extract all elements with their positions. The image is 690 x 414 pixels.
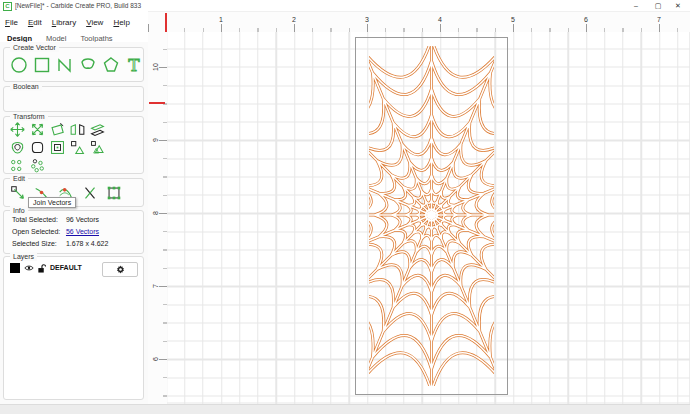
hruler-number: 6 — [581, 16, 591, 23]
menu-bar: FileEditLibraryViewHelp — [0, 11, 148, 27]
vruler-number: 10 — [152, 60, 160, 74]
section-title: Transform — [10, 112, 48, 121]
close-button[interactable]: ✕ — [668, 0, 688, 11]
layer-color-swatch[interactable] — [10, 263, 20, 273]
vertical-ruler: 10 9 8 7 6 — [148, 32, 168, 404]
node-edit-tool-icon[interactable] — [9, 184, 27, 202]
vruler-number: 6 — [152, 352, 160, 366]
window-title: [NewFile]* - Carbide Create PRO, Build 8… — [15, 2, 141, 9]
gear-icon — [116, 265, 125, 274]
tab-bar: DesignModelToolpaths — [0, 27, 148, 43]
layer-name: DEFAULT — [50, 264, 82, 271]
maximize-button[interactable]: ▢ — [648, 0, 668, 11]
hruler-number: 5 — [508, 16, 518, 23]
stock-boundary — [355, 37, 508, 395]
section-title: Edit — [10, 174, 28, 183]
radial-array-tool-icon[interactable] — [29, 157, 46, 174]
polyline-tool-icon[interactable] — [55, 55, 75, 75]
selected-size-value: 1.678 x 4.622 — [66, 240, 108, 247]
grid-array-tool-icon[interactable] — [9, 157, 26, 174]
status-bar — [0, 404, 690, 414]
spiderweb-vectors[interactable] — [356, 38, 507, 394]
linear-array-tool-icon[interactable] — [69, 139, 86, 156]
offset-tool-icon[interactable] — [9, 139, 26, 156]
hruler-number: 7 — [654, 16, 664, 23]
open-selected-link[interactable]: 56 Vectors — [66, 228, 99, 235]
vruler-number: 8 — [152, 206, 160, 220]
vruler-number: 9 — [152, 133, 160, 147]
section-title: Boolean — [10, 82, 42, 91]
total-selected-value: 96 Vectors — [66, 216, 99, 223]
minimize-button[interactable]: – — [626, 0, 646, 11]
selected-size-label: Selected Size: — [12, 240, 64, 247]
circular-array-tool-icon[interactable] — [89, 139, 106, 156]
hruler-number: 3 — [362, 16, 372, 23]
align-tool-icon[interactable] — [49, 139, 66, 156]
trim-vectors-tool-icon[interactable] — [81, 184, 99, 202]
total-selected-label: Total Selected: — [12, 216, 64, 223]
design-canvas[interactable] — [167, 32, 690, 404]
text-tool-icon[interactable]: T — [124, 55, 144, 75]
section-title: Info — [10, 206, 28, 215]
scale-tool-icon[interactable] — [29, 121, 46, 138]
unlock-icon[interactable] — [37, 264, 46, 273]
transform-section: Transform — [3, 116, 144, 174]
info-section: Info Total Selected: 96 Vectors Open Sel… — [3, 210, 144, 254]
vruler-number: 7 — [152, 279, 160, 293]
rectangle-tool-icon[interactable] — [32, 55, 52, 75]
ruler-cursor-marker-y — [149, 102, 165, 104]
open-selected-label: Open Selected: — [12, 228, 64, 235]
boolean-section: Boolean — [3, 86, 144, 112]
ruler-cursor-marker-x — [165, 13, 167, 32]
hruler-number: 2 — [289, 16, 299, 23]
eye-icon[interactable] — [24, 264, 34, 272]
circle-tool-icon[interactable] — [9, 55, 29, 75]
horizontal-ruler: 1 2 3 4 5 6 7 — [148, 12, 690, 33]
app-icon: C — [3, 2, 12, 11]
fillet-tool-icon[interactable] — [29, 139, 46, 156]
polygon-tool-icon[interactable] — [101, 55, 121, 75]
layer-row[interactable]: DEFAULT — [10, 262, 138, 275]
hruler-number: 4 — [435, 16, 445, 23]
boundary-tool-icon[interactable] — [105, 184, 123, 202]
curve-tool-icon[interactable] — [78, 55, 98, 75]
shear-tool-icon[interactable] — [89, 121, 106, 138]
layers-section: Layers DEFAULT — [3, 256, 144, 400]
mirror-tool-icon[interactable] — [69, 121, 86, 138]
move-tool-icon[interactable] — [9, 121, 26, 138]
rotate-tool-icon[interactable] — [49, 121, 66, 138]
create-vector-section: Create Vector T — [3, 47, 144, 82]
section-title: Layers — [10, 252, 37, 261]
sidebar: Create Vector T Boolean Transform — [0, 42, 149, 404]
tooltip-join-vectors: Join Vectors — [28, 197, 76, 208]
section-title: Create Vector — [10, 43, 59, 52]
hruler-number: 1 — [216, 16, 226, 23]
svg-text:T: T — [128, 55, 140, 75]
layer-settings-button[interactable] — [102, 262, 138, 277]
